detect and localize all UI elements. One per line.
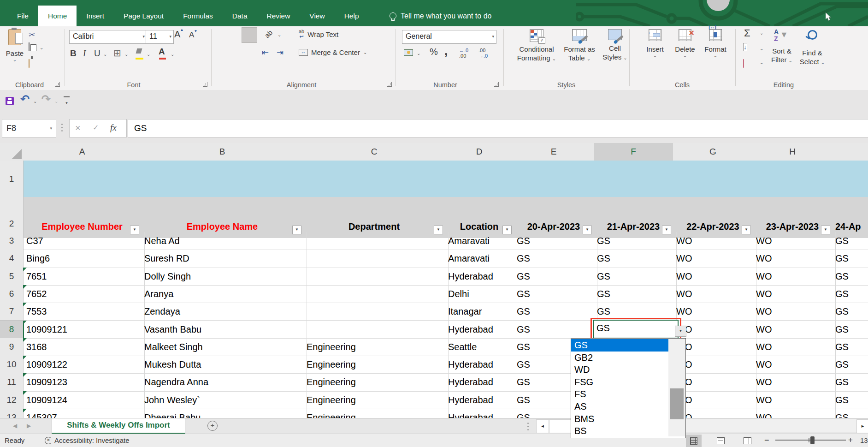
filter-button[interactable]: ▼ bbox=[130, 226, 139, 234]
fill-caret-icon[interactable]: ⌄ bbox=[760, 47, 763, 51]
row-header-6[interactable]: 6 bbox=[0, 285, 24, 303]
orientation-button[interactable]: ab bbox=[263, 29, 274, 40]
increase-indent-button[interactable]: ⇥ bbox=[277, 48, 283, 58]
clipboard-dialog-launcher[interactable] bbox=[55, 82, 60, 87]
cell-I12[interactable]: GS bbox=[832, 391, 868, 409]
row-header-13[interactable]: 13 bbox=[0, 409, 24, 418]
row-header-9[interactable]: 9 bbox=[0, 338, 24, 356]
cell-I4[interactable]: GS bbox=[832, 250, 868, 268]
save-button[interactable] bbox=[6, 97, 14, 105]
cell-D10[interactable]: Hyderabad bbox=[445, 356, 517, 374]
ribbon-tab-home[interactable]: Home bbox=[38, 6, 77, 26]
ribbon-tab-page-layout[interactable]: Page Layout bbox=[114, 6, 173, 26]
dropdown-option-fs[interactable]: FS bbox=[571, 388, 671, 400]
active-cell-editor[interactable]: GS bbox=[593, 320, 679, 339]
cell-C10[interactable]: Engineering bbox=[303, 356, 449, 374]
zoom-slider-thumb[interactable] bbox=[810, 436, 815, 444]
name-box[interactable]: F8 ▾ bbox=[2, 119, 56, 137]
column-header-A[interactable]: A bbox=[23, 143, 142, 161]
sort-filter-button[interactable]: A Z ▼ Sort & Filter ⌄ bbox=[769, 28, 795, 64]
select-all-button[interactable] bbox=[0, 143, 24, 161]
cell-D9[interactable]: Seattle bbox=[445, 338, 517, 356]
row-header-2[interactable]: 2 bbox=[0, 197, 24, 232]
number-dialog-launcher[interactable] bbox=[494, 82, 499, 87]
cell-H11[interactable]: WO bbox=[753, 373, 836, 391]
wrap-text-button[interactable]: ab↩ Wrap Text bbox=[299, 29, 338, 39]
row-header-3[interactable]: 3 bbox=[0, 232, 24, 250]
font-color-caret-icon[interactable]: ⌄ bbox=[171, 52, 174, 57]
grow-font-button[interactable]: A▲ bbox=[174, 29, 180, 40]
cell-B3[interactable]: Neha Ad bbox=[141, 232, 307, 250]
font-dialog-launcher[interactable] bbox=[203, 82, 207, 87]
dropdown-option-gs[interactable]: GS bbox=[571, 339, 671, 352]
zoom-level[interactable]: 13 bbox=[860, 436, 868, 444]
undo-caret-icon[interactable]: ⌄ bbox=[33, 99, 37, 104]
font-size-combo[interactable]: 11 ▾ bbox=[146, 30, 174, 44]
cell-A8[interactable]: 10909121 bbox=[23, 321, 145, 339]
dropdown-option-as[interactable]: AS bbox=[571, 400, 671, 413]
dropdown-option-gb2[interactable]: GB2 bbox=[571, 352, 671, 364]
sheet-nav-left-icon[interactable]: ◀ bbox=[13, 423, 17, 429]
filter-button[interactable]: ▼ bbox=[292, 226, 301, 234]
cell-D12[interactable]: Hyderabad bbox=[445, 391, 517, 409]
zoom-in-button[interactable]: + bbox=[848, 435, 853, 445]
hscroll-thumb[interactable] bbox=[549, 419, 571, 433]
cell-E7[interactable]: GS bbox=[514, 303, 597, 321]
fill-color-caret-icon[interactable]: ⌄ bbox=[147, 52, 150, 57]
cell-I13[interactable]: GS bbox=[832, 409, 868, 418]
row-header-5[interactable]: 5 bbox=[0, 268, 24, 286]
filter-button[interactable]: ▼ bbox=[502, 226, 512, 234]
column-header-F[interactable]: F bbox=[594, 143, 673, 162]
cell-A7[interactable]: 7553 bbox=[23, 303, 145, 321]
cell-B6[interactable]: Aranya bbox=[141, 285, 307, 303]
column-header-G[interactable]: G bbox=[673, 143, 753, 161]
borders-caret-icon[interactable]: ⌄ bbox=[124, 52, 128, 57]
cell-I6[interactable]: GS bbox=[832, 285, 868, 303]
tell-me-search[interactable]: Tell me what you want to do bbox=[390, 6, 491, 26]
find-select-button[interactable]: Find & Select ⌄ bbox=[798, 28, 826, 66]
cell-H3[interactable]: WO bbox=[753, 232, 836, 250]
column-header-partial[interactable] bbox=[832, 143, 868, 161]
row-header-4[interactable]: 4 bbox=[0, 250, 24, 268]
cell-G6[interactable]: WO bbox=[673, 285, 756, 303]
ribbon-tab-review[interactable]: Review bbox=[257, 6, 300, 26]
format-as-table-button[interactable]: Format as Table ⌄ bbox=[561, 29, 598, 62]
ribbon-tab-formulas[interactable]: Formulas bbox=[173, 6, 223, 26]
cell-B11[interactable]: Nagendra Anna bbox=[141, 373, 307, 391]
cell-G7[interactable]: WO bbox=[673, 303, 756, 321]
italic-button[interactable]: I bbox=[83, 48, 86, 59]
dropdown-scrollbar-track[interactable] bbox=[668, 339, 685, 436]
page-break-view-button[interactable] bbox=[739, 435, 755, 447]
hscroll-left-button[interactable]: ◂ bbox=[536, 419, 549, 433]
cell-H6[interactable]: WO bbox=[753, 285, 836, 303]
cell-C7[interactable] bbox=[303, 303, 449, 321]
insert-function-button[interactable]: fx bbox=[110, 119, 117, 136]
row-header-1[interactable]: 1 bbox=[0, 161, 24, 197]
format-cells-button[interactable]: |↔| Format ⌄ bbox=[703, 29, 728, 58]
cell-I7[interactable]: GS bbox=[832, 303, 868, 321]
paste-button[interactable]: Paste ⌄ bbox=[5, 29, 25, 62]
filter-button[interactable]: ▼ bbox=[583, 226, 592, 234]
cell-C12[interactable]: Engineering bbox=[303, 391, 449, 409]
decrease-indent-button[interactable]: ⇤ bbox=[262, 48, 269, 58]
comma-style-button[interactable]: , bbox=[444, 44, 448, 58]
ribbon-tab-view[interactable]: View bbox=[300, 6, 334, 26]
cell-A11[interactable]: 10909123 bbox=[23, 373, 145, 391]
cell-H8[interactable]: WO bbox=[753, 321, 836, 339]
cell-H4[interactable]: WO bbox=[753, 250, 836, 268]
borders-button[interactable]: ⊞ bbox=[113, 48, 121, 59]
number-format-combo[interactable]: General ▾ bbox=[402, 30, 496, 44]
insert-cells-button[interactable]: ← Insert ⌄ bbox=[644, 29, 667, 58]
cell-E3[interactable]: GS bbox=[514, 232, 597, 250]
column-header-H[interactable]: H bbox=[753, 143, 833, 161]
name-box-arrow-icon[interactable]: ▾ bbox=[50, 119, 52, 137]
cell-D7[interactable]: Itanagar bbox=[445, 303, 517, 321]
cell-C5[interactable] bbox=[303, 268, 449, 286]
alignment-dialog-launcher[interactable] bbox=[387, 82, 392, 87]
cell-E6[interactable]: GS bbox=[514, 285, 597, 303]
row-header-12[interactable]: 12 bbox=[0, 391, 24, 409]
cell-H13[interactable]: WO bbox=[753, 409, 836, 418]
cell-B4[interactable]: Suresh RD bbox=[141, 250, 307, 268]
cell-D13[interactable]: Hyderabad bbox=[445, 409, 517, 418]
cell-D4[interactable]: Amaravati bbox=[445, 250, 517, 268]
